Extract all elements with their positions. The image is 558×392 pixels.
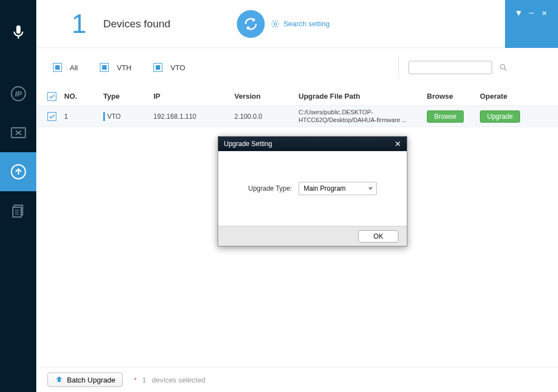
- device-count: 1: [64, 8, 86, 39]
- cell-no: 1: [64, 113, 103, 120]
- batch-icon: [55, 375, 64, 384]
- selected-label: devices selected: [152, 376, 205, 384]
- table-header: NO. Type IP Version Upgrade File Path Br…: [36, 87, 558, 106]
- upgrade-button[interactable]: Upgrade: [480, 110, 520, 123]
- table-row: 1 VTO 192.168.1.110 2.100.0.0 C:/Users/p…: [36, 106, 558, 127]
- filter-vth-label: VTH: [117, 64, 131, 72]
- header-title: Devices found: [103, 18, 170, 30]
- cell-ip: 192.168.1.110: [153, 113, 234, 120]
- th-browse: Browse: [427, 92, 480, 100]
- filter-vto-check[interactable]: [153, 63, 162, 72]
- refresh-icon: [243, 16, 258, 32]
- search-icon[interactable]: [499, 63, 508, 72]
- search-setting-label: Search setting: [283, 20, 330, 28]
- cell-type-text: VTO: [107, 113, 121, 120]
- search-input[interactable]: [408, 61, 492, 74]
- filter-all-check[interactable]: [53, 63, 62, 72]
- th-ip: IP: [153, 92, 234, 100]
- svg-text:IP: IP: [15, 90, 22, 98]
- modal-title: Upgrade Setting: [224, 140, 272, 148]
- caret-down-icon: [368, 187, 373, 190]
- filter-bar: All VTH VTO: [36, 48, 558, 87]
- selected-count: 1: [142, 376, 146, 384]
- cell-type: VTO: [103, 112, 153, 121]
- filter-vto-label: VTO: [170, 64, 185, 72]
- svg-point-10: [501, 65, 505, 69]
- upgrade-type-label: Upgrade Type:: [248, 185, 292, 192]
- upgrade-setting-dialog: Upgrade Setting ✕ Upgrade Type: Main Pro…: [218, 136, 407, 246]
- svg-line-11: [504, 69, 506, 70]
- win-minimize[interactable]: —: [529, 8, 534, 18]
- filter-all-label: All: [70, 64, 78, 72]
- select-all-checkbox[interactable]: [47, 92, 56, 101]
- window-controls: ▼ — ✕: [505, 0, 558, 48]
- tools-icon: [10, 124, 27, 141]
- check-icon: [49, 113, 55, 120]
- sidebar: IP: [0, 0, 36, 392]
- check-icon: [49, 93, 55, 100]
- footer: Batch Upgrade * 1 devices selected: [36, 367, 558, 392]
- browse-button[interactable]: Browse: [427, 110, 464, 123]
- upgrade-type-select[interactable]: Main Program: [299, 182, 377, 195]
- cell-path: C:/Users/public.DESKTOP-HTCC62Q/Desktop/…: [299, 109, 427, 123]
- batch-label: Batch Upgrade: [67, 376, 116, 384]
- ok-button[interactable]: OK: [358, 230, 398, 243]
- batch-upgrade-button[interactable]: Batch Upgrade: [47, 372, 123, 387]
- win-close[interactable]: ✕: [542, 8, 547, 18]
- sidebar-tools[interactable]: [0, 113, 36, 152]
- modal-close-button[interactable]: ✕: [395, 139, 401, 148]
- filter-vth[interactable]: VTH: [100, 63, 131, 72]
- asterisk: *: [134, 376, 137, 384]
- ip-icon: IP: [10, 85, 27, 102]
- type-indicator: [103, 112, 105, 121]
- win-dropdown[interactable]: ▼: [516, 8, 521, 18]
- ok-label: OK: [373, 233, 383, 240]
- sidebar-logo: [0, 10, 36, 55]
- sidebar-docs[interactable]: [0, 191, 36, 230]
- mic-icon: [10, 24, 27, 41]
- svg-point-9: [274, 22, 277, 25]
- th-path: Upgrade File Path: [299, 92, 427, 100]
- selection-info: * 1 devices selected: [134, 376, 205, 384]
- gear-icon: [270, 19, 280, 29]
- sidebar-upgrade[interactable]: [0, 152, 36, 191]
- docs-icon: [10, 202, 27, 219]
- th-version: Version: [234, 92, 299, 100]
- separator: [398, 56, 399, 79]
- search-setting-link[interactable]: Search setting: [270, 19, 330, 29]
- filter-vto[interactable]: VTO: [153, 63, 185, 72]
- th-operate: Operate: [480, 92, 527, 100]
- header: 1 Devices found Search setting ▼ — ✕: [36, 0, 558, 48]
- filter-all[interactable]: All: [53, 63, 78, 72]
- filter-vth-check[interactable]: [100, 63, 109, 72]
- cell-version: 2.100.0.0: [234, 113, 299, 120]
- th-no: NO.: [64, 92, 103, 100]
- th-type: Type: [103, 92, 153, 100]
- row-checkbox[interactable]: [47, 112, 56, 121]
- upgrade-type-value: Main Program: [304, 185, 345, 192]
- refresh-button[interactable]: [237, 10, 264, 38]
- sidebar-ip[interactable]: IP: [0, 74, 36, 113]
- upgrade-icon: [10, 163, 27, 180]
